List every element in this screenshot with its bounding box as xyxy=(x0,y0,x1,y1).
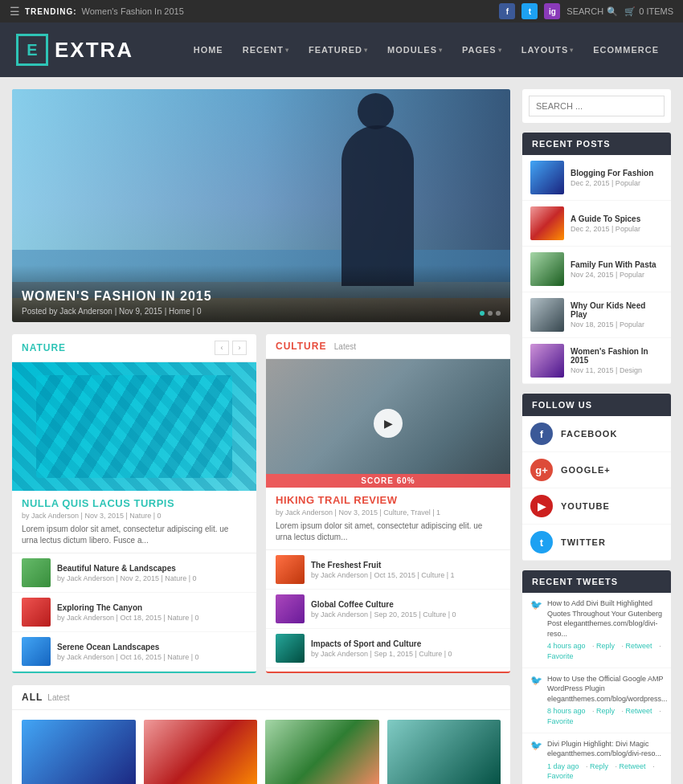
tweet-favorite-2[interactable]: Favorite xyxy=(547,717,574,725)
nav-pages[interactable]: PAGES ▾ xyxy=(454,40,510,59)
all-header: ALL Latest xyxy=(12,685,510,710)
recent-tweets-section: RECENT TWEETS 🐦 How to Add Divi Built Hi… xyxy=(522,570,671,784)
two-col-section: NATURE ‹ › NULLA QUIS LACUS TURPIS by Ja… xyxy=(12,334,510,673)
tweet-actions-2: 8 hours ago · Reply · Retweet · Favorite xyxy=(547,706,668,726)
recent-thumb-4 xyxy=(530,298,564,332)
culture-subtitle: Latest xyxy=(334,342,356,351)
nav-ecommerce[interactable]: ECOMMERCE xyxy=(585,40,667,59)
all-item-2: A Guide To Spices Dec 2, 2015 xyxy=(144,720,258,784)
header: E EXTRA HOME RECENT ▾ FEATURED ▾ MODULES… xyxy=(0,22,683,77)
facebook-icon: f xyxy=(530,423,553,445)
logo[interactable]: E EXTRA xyxy=(16,34,133,66)
culture-list-info-3: Impacts of Sport and Culture by Jack And… xyxy=(311,639,501,658)
hero-caption: WOMEN'S FASHION IN 2015 Posted by Jack A… xyxy=(12,265,510,322)
recent-info-2: A Guide To Spices Dec 2, 2015 | Popular xyxy=(571,214,663,233)
cart-label: 0 ITEMS xyxy=(639,6,673,16)
tweet-retweet-1[interactable]: Retweet xyxy=(626,642,652,650)
follow-googleplus-label: GOOGLE+ xyxy=(561,465,611,475)
play-button[interactable]: ▶ xyxy=(374,409,403,438)
search-top[interactable]: SEARCH 🔍 xyxy=(566,6,618,17)
menu-icon[interactable]: ☰ xyxy=(10,5,20,18)
recent-info-5: Women's Fashion In 2015 Nov 11, 2015 | D… xyxy=(571,347,663,374)
recent-meta-2: Dec 2, 2015 | Popular xyxy=(571,225,663,233)
all-grid: Blogging For Fashion Dec 2, 2015 A Guide… xyxy=(12,710,510,784)
recent-post-4: Why Our Kids Need Play Nov 18, 2015 | Po… xyxy=(522,292,671,338)
tweet-retweet-2[interactable]: Retweet xyxy=(626,707,652,715)
follow-facebook-label: FACEBOOK xyxy=(561,429,617,439)
youtube-icon: ▶ xyxy=(530,495,553,517)
culture-list-title-2: Global Coffee Culture xyxy=(311,600,501,609)
culture-list: The Freshest Fruit by Jack Anderson | Oc… xyxy=(266,549,510,668)
nature-article-meta: by Jack Anderson | Nov 3, 2015 | Nature … xyxy=(22,512,247,520)
follow-youtube[interactable]: ▶ YOUTUBE xyxy=(522,488,671,525)
logo-text: EXTRA xyxy=(55,38,133,63)
tweet-reply-3[interactable]: Reply xyxy=(590,762,608,770)
nav-layouts[interactable]: LAYOUTS ▾ xyxy=(513,40,583,59)
hero-person xyxy=(342,125,414,286)
twitter-bird-3: 🐦 xyxy=(530,740,542,782)
hero-dot-2[interactable] xyxy=(488,311,493,316)
top-bar-left: ☰ TRENDING: Women's Fashion In 2015 xyxy=(10,5,184,18)
nature-next-btn[interactable]: › xyxy=(232,341,247,355)
all-section: ALL Latest Blogging For Fashion Dec 2, 2… xyxy=(12,685,510,784)
recent-meta-1: Dec 2, 2015 | Popular xyxy=(571,179,663,187)
follow-twitter[interactable]: t TWITTER xyxy=(522,525,671,561)
instagram-top-icon[interactable]: ig xyxy=(544,3,560,19)
culture-title: CULTURE xyxy=(276,341,326,352)
search-top-icon: 🔍 xyxy=(607,6,618,17)
tweet-favorite-3[interactable]: Favorite xyxy=(547,772,574,780)
all-img-3 xyxy=(265,720,379,784)
nav-recent[interactable]: RECENT ▾ xyxy=(235,40,297,59)
follow-googleplus[interactable]: g+ GOOGLE+ xyxy=(522,452,671,488)
facebook-top-icon[interactable]: f xyxy=(499,3,515,19)
tweet-reply-2[interactable]: Reply xyxy=(596,707,615,715)
hero-dot-3[interactable] xyxy=(496,311,501,316)
nature-article-title: NULLA QUIS LACUS TURPIS xyxy=(22,497,247,509)
nav-home[interactable]: HOME xyxy=(186,40,231,59)
tweet-reply-1[interactable]: Reply xyxy=(596,642,615,650)
hero-dots xyxy=(480,311,501,316)
tweet-content-1: How to Add Divi Built Highlighted Quotes… xyxy=(547,598,663,662)
culture-list-item-1: The Freshest Fruit by Jack Anderson | Oc… xyxy=(266,550,510,590)
recent-thumb-5 xyxy=(530,344,564,378)
culture-list-info-1: The Freshest Fruit by Jack Anderson | Oc… xyxy=(311,561,501,579)
nav-featured[interactable]: FEATURED ▾ xyxy=(301,40,376,59)
culture-header: CULTURE Latest xyxy=(266,334,510,359)
nature-list-info-3: Serene Ocean Landscapes by Jack Anderson… xyxy=(57,643,247,661)
recent-post-1: Blogging For Fashion Dec 2, 2015 | Popul… xyxy=(522,155,671,201)
tweet-3: 🐦 Divi Plugin Highlight: Divi Magic eleg… xyxy=(522,733,671,784)
recent-thumb-2 xyxy=(530,206,564,240)
nav-modules[interactable]: MODULES ▾ xyxy=(379,40,451,59)
all-img-4 xyxy=(387,720,501,784)
search-input[interactable] xyxy=(529,96,665,116)
nature-nav: ‹ › xyxy=(215,341,247,355)
main-wrapper: WOMEN'S FASHION IN 2015 Posted by Jack A… xyxy=(0,77,683,784)
recent-post-3: Family Fun With Pasta Nov 24, 2015 | Pop… xyxy=(522,247,671,292)
recent-thumb-3 xyxy=(530,252,564,286)
tweet-retweet-3[interactable]: Retweet xyxy=(620,762,646,770)
tweet-favorite-1[interactable]: Favorite xyxy=(547,652,574,660)
nature-prev-btn[interactable]: ‹ xyxy=(215,341,229,355)
culture-article-meta: by Jack Anderson | Nov 3, 2015 | Culture… xyxy=(276,508,501,517)
hero-dot-1[interactable] xyxy=(480,311,485,316)
culture-title-group: CULTURE Latest xyxy=(276,341,356,352)
culture-list-item-3: Impacts of Sport and Culture by Jack And… xyxy=(266,629,510,668)
nature-list-item: Beautiful Nature & Landscapes by Jack An… xyxy=(12,553,256,593)
nature-list-meta-1: by Jack Anderson | Nov 2, 2015 | Nature … xyxy=(57,574,247,582)
all-img-2 xyxy=(144,720,258,784)
follow-facebook[interactable]: f FACEBOOK xyxy=(522,416,671,452)
culture-list-meta-3: by Jack Anderson | Sep 1, 2015 | Culture… xyxy=(311,650,501,658)
trending-text: Women's Fashion In 2015 xyxy=(82,6,184,16)
nature-thumb-3 xyxy=(22,637,51,666)
logo-icon: E xyxy=(16,34,48,66)
cart-top[interactable]: 🛒 0 ITEMS xyxy=(624,6,673,17)
nature-list-item-3: Serene Ocean Landscapes by Jack Anderson… xyxy=(12,632,256,672)
recent-posts-header: RECENT POSTS xyxy=(522,133,671,155)
content-area: WOMEN'S FASHION IN 2015 Posted by Jack A… xyxy=(12,89,510,784)
hero-meta: Posted by Jack Anderson | Nov 9, 2015 | … xyxy=(22,307,501,316)
search-box xyxy=(522,89,671,123)
twitter-top-icon[interactable]: t xyxy=(521,3,538,19)
main-nav: HOME RECENT ▾ FEATURED ▾ MODULES ▾ PAGES… xyxy=(186,40,667,59)
follow-us-header: FOLLOW US xyxy=(522,394,671,416)
recent-meta-4: Nov 18, 2015 | Popular xyxy=(571,321,663,329)
